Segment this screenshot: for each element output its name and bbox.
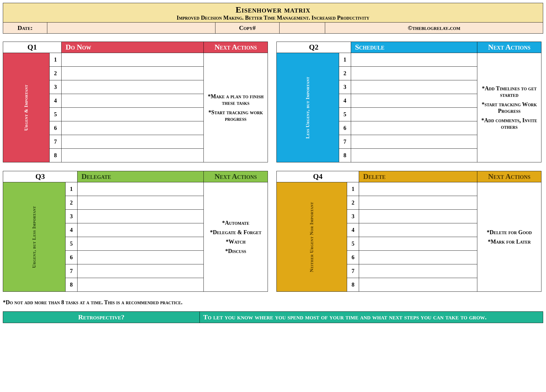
row-number: 3 bbox=[49, 80, 61, 94]
quadrant-category-label: Urgent, but Less Important bbox=[3, 182, 66, 292]
row-number: 3 bbox=[339, 80, 351, 94]
next-actions-header: Next Actions bbox=[477, 171, 541, 182]
next-action-item: *start tracking Work Progress bbox=[480, 101, 539, 114]
task-cell[interactable] bbox=[359, 210, 477, 223]
next-actions-cell: *Delete for Good*Mark for Later bbox=[477, 182, 541, 292]
task-cell[interactable] bbox=[77, 210, 203, 223]
task-cell[interactable] bbox=[351, 67, 477, 80]
row-number: 6 bbox=[65, 251, 77, 264]
row-number: 7 bbox=[339, 135, 351, 149]
task-cell[interactable] bbox=[359, 278, 477, 292]
row-number: 6 bbox=[347, 251, 359, 264]
row-number: 4 bbox=[339, 94, 351, 108]
quadrant-category-label: Less Urgent, but Important bbox=[277, 53, 339, 162]
row-number: 5 bbox=[339, 108, 351, 121]
eisenhower-matrix: Q1Do NowNext ActionsUrgent & Important1*… bbox=[3, 42, 543, 292]
next-action-item: *Discuss bbox=[206, 248, 265, 254]
task-cell[interactable] bbox=[359, 237, 477, 251]
meta-row: Date: Copy# ©theblogrelay.com bbox=[3, 23, 543, 34]
row-number: 2 bbox=[339, 67, 351, 80]
row-number: 1 bbox=[65, 182, 77, 196]
row-number: 8 bbox=[49, 149, 61, 162]
quadrant-title: Do Now bbox=[61, 42, 203, 53]
retrospective-label: Retrospective? bbox=[3, 312, 200, 323]
page-subtitle: Improved Decision Making. Better Time Ma… bbox=[3, 15, 543, 21]
quadrant-code: Q3 bbox=[3, 171, 78, 182]
row-number: 8 bbox=[347, 278, 359, 292]
quadrant-category-label: Neither Urgent Nor Important bbox=[277, 182, 347, 292]
row-number: 6 bbox=[339, 121, 351, 135]
task-cell[interactable] bbox=[351, 135, 477, 149]
quadrant-q2: Q2ScheduleNext ActionsLess Urgent, but I… bbox=[276, 42, 541, 162]
task-cell[interactable] bbox=[359, 182, 477, 196]
task-cell[interactable] bbox=[77, 196, 203, 210]
row-number: 4 bbox=[347, 223, 359, 237]
task-cell[interactable] bbox=[359, 251, 477, 264]
next-action-item: *Start tracking work progress bbox=[206, 109, 265, 122]
task-cell[interactable] bbox=[61, 135, 203, 149]
next-actions-cell: *Make a plan to finish these tasks*Start… bbox=[204, 53, 268, 162]
quadrant-title: Delete bbox=[359, 171, 477, 182]
next-actions-header: Next Actions bbox=[204, 171, 268, 182]
task-cell[interactable] bbox=[351, 53, 477, 67]
page-header: Eisenhower matrix Improved Decision Maki… bbox=[3, 3, 543, 23]
page-title: Eisenhower matrix bbox=[3, 5, 543, 15]
task-cell[interactable] bbox=[61, 53, 203, 67]
copy-field[interactable] bbox=[280, 23, 325, 33]
task-cell[interactable] bbox=[77, 264, 203, 278]
task-cell[interactable] bbox=[351, 121, 477, 135]
task-cell[interactable] bbox=[351, 94, 477, 108]
next-actions-cell: *Automate*Delegate & Forget*Watch*Discus… bbox=[204, 182, 268, 292]
task-cell[interactable] bbox=[61, 149, 203, 162]
row-number: 2 bbox=[65, 196, 77, 210]
next-action-item: *Mark for Later bbox=[480, 238, 539, 245]
task-cell[interactable] bbox=[77, 278, 203, 292]
task-cell[interactable] bbox=[351, 149, 477, 162]
next-action-item: *Automate bbox=[206, 220, 265, 226]
next-action-item: *Make a plan to finish these tasks bbox=[206, 93, 265, 106]
row-number: 7 bbox=[49, 135, 61, 149]
row-number: 7 bbox=[65, 264, 77, 278]
quadrant-code: Q1 bbox=[3, 42, 62, 53]
next-actions-header: Next Actions bbox=[204, 42, 268, 53]
task-cell[interactable] bbox=[61, 121, 203, 135]
quadrant-code: Q4 bbox=[277, 171, 359, 182]
task-cell[interactable] bbox=[61, 108, 203, 121]
task-cell[interactable] bbox=[61, 80, 203, 94]
task-cell[interactable] bbox=[77, 237, 203, 251]
footnote-text: *Do not add more than 8 tasks at a time.… bbox=[3, 299, 543, 306]
row-number: 8 bbox=[65, 278, 77, 292]
next-action-item: *Add comments, Invite others bbox=[480, 117, 539, 130]
row-number: 7 bbox=[347, 264, 359, 278]
retrospective-text: To let you know where you spend most of … bbox=[200, 312, 543, 323]
task-cell[interactable] bbox=[359, 196, 477, 210]
row-number: 3 bbox=[65, 210, 77, 223]
task-cell[interactable] bbox=[359, 264, 477, 278]
copy-label: Copy# bbox=[215, 23, 280, 33]
task-cell[interactable] bbox=[359, 223, 477, 237]
row-number: 1 bbox=[339, 53, 351, 67]
quadrant-q3: Q3DelegateNext ActionsUrgent, but Less I… bbox=[3, 171, 268, 292]
task-cell[interactable] bbox=[61, 67, 203, 80]
quadrant-category-label: Urgent & Important bbox=[3, 53, 50, 162]
copyright-text: ©theblogrelay.com bbox=[325, 23, 543, 33]
task-cell[interactable] bbox=[351, 80, 477, 94]
task-cell[interactable] bbox=[77, 251, 203, 264]
task-cell[interactable] bbox=[61, 94, 203, 108]
row-number: 2 bbox=[347, 196, 359, 210]
row-number: 1 bbox=[347, 182, 359, 196]
retrospective-bar: Retrospective? To let you know where you… bbox=[3, 311, 543, 323]
task-cell[interactable] bbox=[77, 223, 203, 237]
row-number: 2 bbox=[49, 67, 61, 80]
next-actions-header: Next Actions bbox=[477, 42, 541, 53]
row-number: 3 bbox=[347, 210, 359, 223]
row-number: 6 bbox=[49, 121, 61, 135]
task-cell[interactable] bbox=[351, 108, 477, 121]
task-cell[interactable] bbox=[77, 182, 203, 196]
date-field[interactable] bbox=[47, 23, 215, 33]
row-number: 4 bbox=[65, 223, 77, 237]
quadrant-code: Q2 bbox=[277, 42, 351, 53]
row-number: 8 bbox=[339, 149, 351, 162]
date-label: Date: bbox=[3, 23, 47, 33]
quadrant-title: Schedule bbox=[351, 42, 477, 53]
